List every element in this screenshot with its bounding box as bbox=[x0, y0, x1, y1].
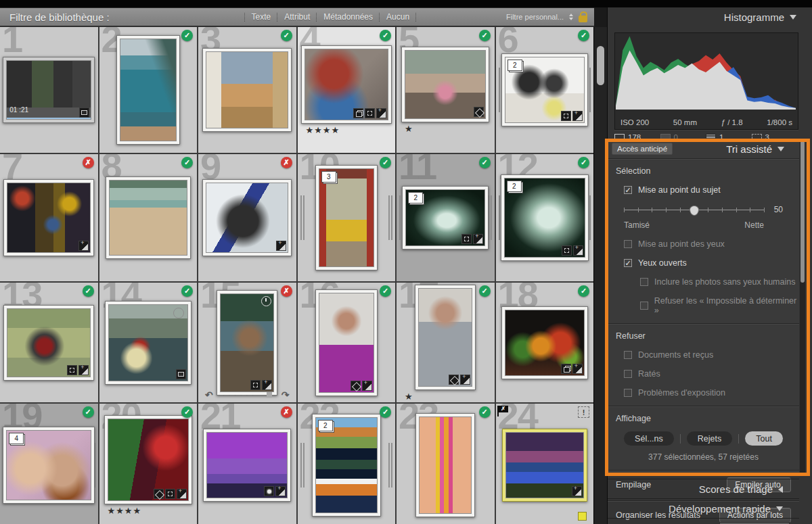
thumbnail-frame[interactable] bbox=[105, 301, 191, 385]
pick-flag-icon[interactable]: ✓ bbox=[479, 285, 491, 297]
thumbnail-photo[interactable] bbox=[206, 432, 288, 498]
thumbnail-frame[interactable]: 3 bbox=[315, 165, 378, 270]
checkbox-icon[interactable] bbox=[624, 370, 632, 378]
thumbnail-photo[interactable]: 2 bbox=[315, 417, 378, 513]
crop-badge-icon[interactable] bbox=[165, 489, 175, 499]
checkbox-row[interactable]: ✓Yeux ouverts bbox=[624, 258, 799, 268]
pick-flag-icon[interactable]: ✓ bbox=[380, 157, 391, 168]
histogram-header[interactable]: Histogramme bbox=[608, 7, 812, 27]
grid-cell-6[interactable]: 6✓2 bbox=[496, 27, 594, 153]
adjust-badge-icon[interactable] bbox=[572, 486, 582, 496]
preset-dropdown[interactable] bbox=[719, 522, 790, 524]
thumbnail-photo[interactable]: 01 :21 bbox=[6, 60, 91, 120]
panel-scrollbar[interactable] bbox=[800, 139, 805, 475]
thumbnail-frame[interactable]: 01 :21 bbox=[3, 57, 95, 123]
adjust-badge-icon[interactable] bbox=[78, 365, 89, 375]
pick-flag-icon[interactable]: ✓ bbox=[380, 285, 391, 297]
adjust-badge-icon[interactable] bbox=[362, 381, 372, 391]
thumbnail-photo[interactable] bbox=[220, 293, 274, 392]
thumbnail-frame[interactable]: 2 bbox=[312, 414, 381, 517]
star-rating[interactable]: ★★★★ bbox=[108, 506, 142, 515]
checkbox-icon[interactable] bbox=[624, 240, 632, 248]
pick-flag-icon[interactable]: ✓ bbox=[578, 30, 589, 41]
thumbnail-frame[interactable] bbox=[203, 429, 291, 502]
tag-badge-icon[interactable] bbox=[474, 107, 484, 117]
sun-badge-icon[interactable] bbox=[264, 486, 274, 496]
grid-cell-13[interactable]: 13✓ bbox=[0, 283, 98, 402]
grid-scrollbar-handle[interactable] bbox=[597, 46, 604, 85]
thumbnail-photo[interactable] bbox=[405, 50, 486, 119]
checkbox-row[interactable]: Mise au point des yeux bbox=[624, 239, 799, 249]
tag-badge-icon[interactable] bbox=[154, 489, 164, 499]
thumbnail-photo[interactable]: 2 bbox=[504, 178, 585, 258]
grid-cell-19[interactable]: 19✓4 bbox=[0, 404, 98, 524]
thumbnail-photo[interactable]: 2 bbox=[405, 189, 485, 246]
thumbnail-photo[interactable]: 4 bbox=[6, 430, 91, 500]
tag-badge-icon[interactable] bbox=[449, 375, 459, 385]
pick-flag-icon[interactable]: ✓ bbox=[181, 30, 193, 41]
reject-flag-icon[interactable]: ✗ bbox=[83, 157, 94, 168]
pick-flag-icon[interactable]: ✓ bbox=[479, 30, 491, 41]
thumbnail-photo[interactable] bbox=[7, 183, 91, 253]
rejected-flag-icon[interactable]: ✗ bbox=[499, 406, 508, 412]
assisted-culling-header[interactable]: Accès anticipé Tri assisté bbox=[608, 139, 799, 158]
grid-cell-11[interactable]: 11✓2 bbox=[397, 154, 495, 281]
checkbox-icon[interactable]: ✓ bbox=[624, 259, 632, 267]
pick-flag-icon[interactable]: ✓ bbox=[181, 157, 193, 168]
stack-count-badge[interactable]: 2 bbox=[508, 59, 522, 71]
thumbnail-frame[interactable]: 4 bbox=[3, 427, 95, 504]
reject-flag-icon[interactable]: ✗ bbox=[281, 157, 292, 168]
grid-cell-7[interactable]: 7✗ bbox=[0, 154, 98, 281]
thumbnail-frame[interactable] bbox=[501, 306, 588, 379]
copy-badge-icon[interactable] bbox=[561, 364, 571, 374]
grid-cell-23[interactable]: 23✓ bbox=[397, 404, 495, 524]
checkbox-icon[interactable]: ✓ bbox=[624, 186, 632, 194]
pick-flag-icon[interactable]: ✓ bbox=[380, 30, 391, 41]
grid-cell-3[interactable]: 3✓ bbox=[198, 27, 296, 153]
thumbnail-frame[interactable] bbox=[415, 413, 475, 517]
crop-badge-icon[interactable] bbox=[250, 380, 261, 390]
dropdown-arrows-icon[interactable] bbox=[569, 14, 573, 20]
reject-flag-icon[interactable]: ✗ bbox=[281, 406, 292, 418]
pick-flag-icon[interactable]: ✓ bbox=[578, 285, 589, 297]
grid-cell-1[interactable]: 101 :21 bbox=[0, 27, 98, 153]
thumbnail-frame[interactable] bbox=[401, 47, 489, 122]
star-rating[interactable]: ★★★★ bbox=[306, 126, 340, 135]
filter-tab-aucun[interactable]: Aucun bbox=[386, 12, 409, 22]
pick-flag-icon[interactable]: ✓ bbox=[380, 406, 391, 418]
grid-cell-9[interactable]: 9✗ bbox=[198, 154, 296, 281]
pick-flag-icon[interactable]: ✓ bbox=[83, 285, 94, 297]
thumbnail-photo[interactable] bbox=[206, 51, 288, 128]
adjust-badge-icon[interactable] bbox=[573, 245, 583, 256]
thumbnail-photo[interactable] bbox=[108, 304, 188, 381]
grid-cell-4[interactable]: 4✓★★★★ bbox=[298, 27, 396, 153]
view-button-slns[interactable]: Sél...ns bbox=[624, 431, 674, 446]
thumbnail-frame[interactable]: 2 bbox=[402, 186, 489, 249]
view-button-tout[interactable]: Tout bbox=[745, 431, 783, 446]
grid-cell-24[interactable]: 24!✗ bbox=[496, 404, 594, 524]
thumbnail-frame[interactable] bbox=[116, 35, 180, 145]
thumbnail-frame[interactable] bbox=[217, 290, 277, 396]
thumbnail-frame[interactable] bbox=[202, 179, 292, 256]
adjust-badge-icon[interactable] bbox=[572, 364, 583, 374]
adjust-badge-icon[interactable] bbox=[572, 111, 583, 121]
thumbnail-frame[interactable] bbox=[315, 289, 378, 396]
thumbnail-frame[interactable]: 2 bbox=[501, 174, 589, 261]
crop-badge-icon[interactable] bbox=[461, 234, 472, 244]
adjust-badge-icon[interactable] bbox=[275, 486, 286, 496]
grid-cell-18[interactable]: 18✓ bbox=[496, 283, 594, 402]
star-rating[interactable]: ★ bbox=[405, 124, 413, 133]
stack-count-badge[interactable]: 3 bbox=[321, 171, 336, 183]
thumbnail-photo[interactable]: 2 bbox=[505, 57, 585, 123]
filter-tab-metadonnees[interactable]: Métadonnées bbox=[323, 12, 373, 22]
pick-flag-icon[interactable]: ✓ bbox=[578, 157, 589, 168]
thumbnail-photo[interactable] bbox=[419, 416, 472, 514]
grid-cell-8[interactable]: 8✓ bbox=[99, 154, 198, 281]
thumbnail-frame[interactable] bbox=[301, 45, 392, 124]
thumbnail-photo[interactable] bbox=[505, 310, 585, 376]
thumbnail-photo[interactable] bbox=[7, 308, 91, 377]
alert-badge-icon[interactable]: ! bbox=[578, 406, 589, 418]
thumbnail-frame[interactable] bbox=[415, 285, 476, 390]
rotate-right-icon[interactable]: ↷ bbox=[281, 389, 290, 400]
thumbnail-frame[interactable]: 2 bbox=[501, 53, 588, 126]
